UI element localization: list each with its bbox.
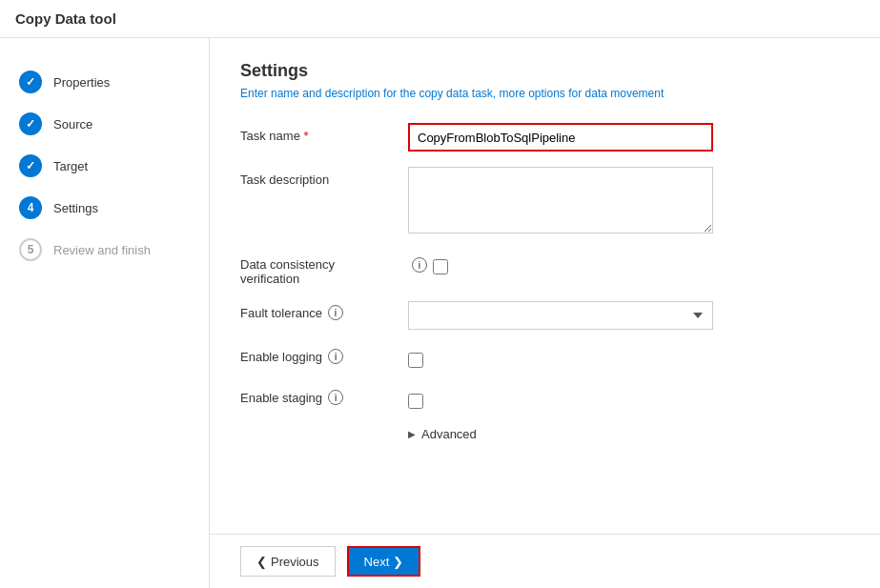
required-indicator: * xyxy=(304,129,309,143)
enable-logging-info-icon[interactable]: i xyxy=(328,349,343,364)
task-description-control xyxy=(408,167,849,236)
fault-tolerance-label: Fault tolerance i xyxy=(240,301,393,320)
task-name-input[interactable] xyxy=(408,123,713,152)
enable-staging-checkbox[interactable] xyxy=(408,394,423,409)
sidebar-item-review[interactable]: 5 Review and finish xyxy=(0,229,209,271)
data-consistency-row: Data consistency verification i xyxy=(240,252,849,286)
enable-staging-row: Enable staging i xyxy=(240,386,849,412)
step-circle-source: ✓ xyxy=(19,112,42,135)
enable-logging-row: Enable logging i xyxy=(240,345,849,371)
task-description-label: Task description xyxy=(240,167,393,187)
advanced-row[interactable]: ▶ Advanced xyxy=(408,427,849,441)
enable-staging-control xyxy=(408,386,849,412)
task-description-row: Task description xyxy=(240,167,849,236)
task-description-input[interactable] xyxy=(408,167,713,233)
checkmark-icon: ✓ xyxy=(26,75,35,89)
step-number-settings: 4 xyxy=(28,201,34,214)
step-circle-review: 5 xyxy=(19,238,42,261)
content-footer: ❮ Previous Next ❯ xyxy=(210,534,880,588)
sidebar-item-settings[interactable]: 4 Settings xyxy=(0,187,209,229)
step-circle-target: ✓ xyxy=(19,154,42,177)
fault-tolerance-select[interactable] xyxy=(408,301,713,330)
data-consistency-info-icon[interactable]: i xyxy=(412,257,427,273)
sidebar-item-label-properties: Properties xyxy=(53,75,110,90)
enable-logging-control xyxy=(408,345,849,371)
enable-staging-label: Enable staging i xyxy=(240,386,393,405)
data-consistency-control: i xyxy=(408,252,849,274)
checkmark-icon-target: ✓ xyxy=(26,159,35,172)
task-name-row: Task name * xyxy=(240,123,849,152)
step-number-review: 5 xyxy=(28,243,34,256)
fault-tolerance-row: Fault tolerance i xyxy=(240,301,849,330)
advanced-label: Advanced xyxy=(421,427,477,441)
fault-tolerance-control xyxy=(408,301,849,330)
content-area: Settings Enter name and description for … xyxy=(210,38,880,588)
sidebar-item-properties[interactable]: ✓ Properties xyxy=(0,61,209,103)
next-chevron-icon: ❯ xyxy=(393,555,403,569)
fault-tolerance-info-icon[interactable]: i xyxy=(328,305,343,320)
sidebar-item-label-target: Target xyxy=(53,159,88,173)
content-body: Settings Enter name and description for … xyxy=(210,38,880,534)
sidebar-item-source[interactable]: ✓ Source xyxy=(0,103,209,145)
previous-chevron-icon: ❮ xyxy=(256,555,267,569)
sidebar-item-label-source: Source xyxy=(53,117,92,132)
step-circle-settings: 4 xyxy=(19,196,42,219)
chevron-right-icon: ▶ xyxy=(408,429,416,439)
task-name-label: Task name * xyxy=(240,123,393,143)
enable-logging-label: Enable logging i xyxy=(240,345,393,364)
sidebar: ✓ Properties ✓ Source ✓ Target 4 Setting… xyxy=(0,38,210,588)
previous-label: Previous xyxy=(271,555,319,569)
task-name-control xyxy=(408,123,849,152)
enable-staging-info-icon[interactable]: i xyxy=(328,390,343,405)
checkmark-icon-source: ✓ xyxy=(26,117,35,131)
next-button[interactable]: Next ❯ xyxy=(347,546,421,577)
enable-logging-checkbox[interactable] xyxy=(408,353,423,368)
sidebar-item-label-review: Review and finish xyxy=(53,243,151,257)
sidebar-item-target[interactable]: ✓ Target xyxy=(0,145,209,187)
data-consistency-label: Data consistency verification xyxy=(240,252,393,286)
previous-button[interactable]: ❮ Previous xyxy=(240,546,336,577)
content-subtitle: Enter name and description for the copy … xyxy=(240,87,849,100)
data-consistency-checkbox[interactable] xyxy=(433,259,448,274)
sidebar-item-label-settings: Settings xyxy=(53,201,98,215)
content-title: Settings xyxy=(240,61,849,81)
next-label: Next xyxy=(364,555,390,569)
step-circle-properties: ✓ xyxy=(19,71,42,93)
app-title: Copy Data tool xyxy=(15,10,116,27)
